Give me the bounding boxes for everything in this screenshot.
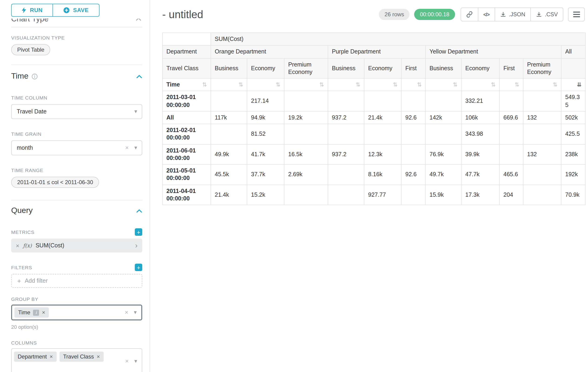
pivot-cell: 937.2 bbox=[328, 144, 364, 164]
run-button-label: RUN bbox=[30, 7, 42, 13]
run-button[interactable]: RUN bbox=[11, 4, 53, 17]
sort-icon[interactable]: ⇅ bbox=[491, 82, 495, 87]
pivot-cell bbox=[211, 124, 247, 144]
pivot-cell: 16.5k bbox=[284, 144, 328, 164]
time-section-title: Time bbox=[11, 72, 28, 81]
sort-icon[interactable]: ⇊ bbox=[577, 82, 581, 87]
download-icon bbox=[536, 11, 542, 17]
pivot-cell: 70.9k bbox=[561, 185, 586, 205]
pivot-travel-class-label: Travel Class bbox=[162, 58, 211, 78]
add-filter-button[interactable]: + Add filter bbox=[11, 274, 142, 288]
pivot-cell: 47.7k bbox=[461, 164, 499, 185]
pivot-cell: 132 bbox=[523, 111, 561, 124]
info-icon[interactable]: i bbox=[33, 309, 39, 316]
run-save-toolbar: RUN SAVE bbox=[11, 4, 142, 17]
pivot-class-header: Business bbox=[426, 58, 461, 78]
pivot-cell: 94.9k bbox=[247, 111, 284, 124]
remove-icon[interactable]: × bbox=[42, 309, 45, 316]
copy-link-button[interactable] bbox=[460, 7, 478, 21]
menu-icon bbox=[573, 12, 580, 12]
pivot-class-header: Premium Economy bbox=[284, 58, 328, 78]
add-filter-plus-button[interactable]: + bbox=[135, 264, 142, 271]
pivot-cell bbox=[284, 185, 328, 205]
pivot-row: 2011-02-01 00:00:0081.52343.98425.5 bbox=[162, 124, 586, 144]
chart-title[interactable]: - untitled bbox=[162, 8, 203, 21]
pivot-cell: 937.2 bbox=[328, 111, 364, 124]
lightning-icon bbox=[22, 7, 27, 13]
download-csv-button[interactable]: .CSV bbox=[530, 7, 563, 21]
explore-page: RUN SAVE Chart Type VISUALIZATION TYPE P… bbox=[0, 0, 588, 372]
sort-icon[interactable]: ⇅ bbox=[356, 82, 360, 87]
chevron-down-icon: ▾ bbox=[134, 108, 137, 115]
pivot-cell: 927.77 bbox=[364, 185, 401, 205]
view-query-button[interactable]: </> bbox=[478, 7, 495, 21]
pivot-sort-cell: ⇅ bbox=[211, 78, 247, 91]
download-json-button[interactable]: .JSON bbox=[494, 7, 531, 21]
collapse-query-section-button[interactable] bbox=[136, 209, 142, 213]
time-grain-select[interactable]: month × ▾ bbox=[11, 140, 142, 155]
pivot-cell: 21.4k bbox=[364, 111, 401, 124]
pivot-cell: 238k bbox=[561, 144, 586, 164]
save-button[interactable]: SAVE bbox=[52, 4, 99, 17]
query-section-header[interactable]: Query bbox=[11, 205, 142, 216]
pivot-cell bbox=[364, 91, 401, 111]
pivot-cell: 2.69k bbox=[284, 164, 328, 185]
pivot-cell bbox=[328, 164, 364, 185]
pivot-sort-cell: ⇅ bbox=[401, 78, 426, 91]
pivot-cell: 49.7k bbox=[426, 164, 461, 185]
pivot-cell bbox=[328, 124, 364, 144]
visualization-type-label: VISUALIZATION TYPE bbox=[11, 35, 142, 41]
pivot-table: SUM(Cost)DepartmentOrange DepartmentPurp… bbox=[162, 32, 586, 205]
pivot-class-header: Premium Economy bbox=[523, 58, 561, 78]
remove-icon[interactable]: × bbox=[50, 353, 53, 360]
clear-icon[interactable]: × bbox=[125, 309, 128, 316]
sort-icon[interactable]: ⇅ bbox=[453, 82, 457, 87]
group-by-select[interactable]: Time i × × ▾ bbox=[11, 305, 142, 320]
pivot-cell bbox=[499, 144, 523, 164]
group-by-value: Time bbox=[18, 309, 30, 316]
pivot-department-header: Purple Department bbox=[328, 46, 426, 58]
sort-icon[interactable]: ⇅ bbox=[393, 82, 398, 87]
chart-area: - untitled 26 rows 00:00:00.18 </> .JSON bbox=[150, 0, 588, 372]
sort-icon[interactable]: ⇅ bbox=[239, 82, 243, 87]
sort-icon[interactable]: ⇅ bbox=[417, 82, 422, 87]
pivot-row-header: 2011-02-01 00:00:00 bbox=[162, 124, 211, 144]
time-section-header[interactable]: Time bbox=[11, 71, 142, 82]
sort-icon[interactable]: ⇅ bbox=[202, 82, 207, 87]
visualization-type-pill[interactable]: Pivot Table bbox=[11, 44, 51, 55]
time-grain-label: TIME GRAIN bbox=[11, 131, 142, 137]
metric-option[interactable]: × ƒ(x) SUM(Cost) › bbox=[11, 239, 142, 253]
clear-icon[interactable]: × bbox=[125, 358, 129, 365]
pivot-row: All117k94.9k19.2k937.221.4k92.6142k106k6… bbox=[162, 111, 586, 124]
remove-icon[interactable]: × bbox=[97, 353, 100, 360]
time-column-select[interactable]: Travel Date ▾ bbox=[11, 104, 142, 119]
sort-icon[interactable]: ⇅ bbox=[553, 82, 557, 87]
chart-type-section-header[interactable]: Chart Type bbox=[11, 19, 142, 27]
menu-button[interactable] bbox=[568, 7, 585, 21]
chart-header: - untitled 26 rows 00:00:00.18 </> .JSON bbox=[162, 7, 585, 22]
add-metric-button[interactable]: + bbox=[135, 228, 142, 236]
columns-value-pill[interactable]: Travel Class × bbox=[59, 351, 104, 362]
pivot-cell: 217.14 bbox=[247, 91, 284, 111]
pivot-cell bbox=[499, 91, 523, 111]
pivot-row-header: 2011-05-01 00:00:00 bbox=[162, 164, 211, 185]
time-range-pill[interactable]: 2011-01-01 ≤ col < 2011-06-30 bbox=[11, 177, 99, 188]
caret-right-icon: › bbox=[135, 242, 137, 249]
collapse-time-section-button[interactable] bbox=[136, 74, 142, 78]
pivot-cell: 117k bbox=[211, 111, 247, 124]
pivot-cell: 15.9k bbox=[426, 185, 461, 205]
pivot-cell: 132 bbox=[523, 144, 561, 164]
fx-icon: ƒ(x) bbox=[23, 243, 32, 249]
columns-select[interactable]: Department × Travel Class × × ▾ bbox=[11, 348, 142, 372]
clear-icon[interactable]: × bbox=[125, 144, 129, 151]
remove-metric-icon[interactable]: × bbox=[16, 242, 19, 249]
sort-icon[interactable]: ⇅ bbox=[319, 82, 324, 87]
sort-icon[interactable]: ⇅ bbox=[514, 82, 519, 87]
sort-icon[interactable]: ⇅ bbox=[276, 82, 280, 87]
pivot-sort-cell: ⇅ bbox=[523, 78, 561, 91]
group-by-value-pill[interactable]: Time i × bbox=[14, 307, 49, 318]
pivot-cell: 106k bbox=[461, 111, 499, 124]
pivot-cell: 41.7k bbox=[247, 144, 284, 164]
columns-value-pill[interactable]: Department × bbox=[14, 351, 56, 362]
download-json-label: .JSON bbox=[509, 11, 525, 18]
